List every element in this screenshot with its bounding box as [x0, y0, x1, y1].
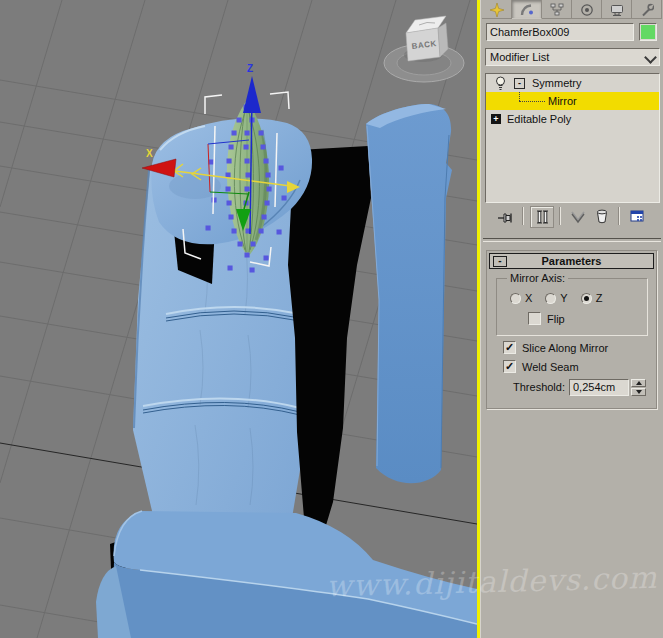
modifier-stack: - Symmetry Mirror + Editable Poly — [485, 73, 660, 203]
flip-checkbox[interactable] — [528, 312, 541, 325]
threshold-spinner — [631, 379, 646, 396]
modifier-stack-toolbar — [485, 205, 660, 228]
stack-item-label: Mirror — [548, 92, 577, 110]
radio-y-label: Y — [560, 292, 567, 304]
object-color-swatch[interactable] — [639, 23, 657, 41]
stack-item-label: Editable Poly — [507, 110, 571, 128]
remove-modifier-button[interactable] — [591, 206, 613, 226]
hierarchy-icon — [550, 3, 564, 17]
axis-z-label: Z — [247, 63, 253, 74]
tab-motion[interactable] — [572, 0, 602, 19]
tab-display[interactable] — [602, 0, 632, 19]
modifier-list-label: Modifier List — [490, 51, 549, 63]
configure-modifier-sets-icon — [629, 208, 645, 224]
threshold-input[interactable]: 0,254cm — [569, 379, 629, 396]
slice-along-mirror-checkbox[interactable]: ✓ — [503, 341, 516, 354]
stack-item-symmetry[interactable]: - Symmetry — [486, 74, 659, 92]
mirror-axis-radios: X Y Z — [510, 292, 615, 304]
tab-create[interactable] — [482, 0, 512, 19]
weld-seam-checkbox[interactable]: ✓ — [503, 360, 516, 373]
radio-z-circle[interactable] — [581, 293, 592, 304]
collapse-expander[interactable]: - — [514, 78, 525, 89]
3ds-max-window: X Z BACK — [0, 0, 663, 638]
weld-seam-row[interactable]: ✓ Weld Seam — [503, 360, 579, 373]
tree-connector — [519, 92, 520, 101]
radio-axis-z[interactable]: Z — [581, 292, 603, 304]
rollout-title-label: Parameters — [542, 255, 602, 267]
rollout-collapse-button[interactable]: - — [493, 256, 507, 267]
rollout-title-bar[interactable]: - Parameters — [489, 253, 654, 269]
flip-checkbox-row[interactable]: Flip — [528, 312, 565, 325]
utilities-icon — [640, 3, 654, 17]
pin-stack-icon — [497, 208, 513, 224]
parameters-rollout: - Parameters Mirror Axis: X Y — [486, 250, 657, 409]
radio-x-label: X — [525, 292, 532, 304]
mirror-axis-group-title: Mirror Axis: — [507, 272, 568, 284]
command-panel-tabs — [482, 0, 662, 19]
stack-item-editable-poly[interactable]: + Editable Poly — [486, 110, 659, 128]
radio-x-circle[interactable] — [510, 293, 521, 304]
chevron-down-icon — [644, 51, 657, 64]
object-name-field[interactable]: ChamferBox009 — [486, 23, 634, 41]
perspective-viewport[interactable]: X Z BACK — [0, 0, 477, 638]
toolbar-separator — [618, 207, 619, 225]
toolbar-separator — [522, 207, 523, 225]
threshold-label: Threshold: — [489, 381, 565, 393]
tab-utilities[interactable] — [632, 0, 662, 19]
tree-connector — [519, 101, 545, 102]
lightbulb-icon[interactable] — [494, 76, 507, 90]
object-color-chip — [641, 25, 655, 39]
modifier-list-dropdown[interactable]: Modifier List — [485, 48, 660, 66]
show-end-result-button[interactable] — [530, 206, 554, 228]
make-unique-button[interactable] — [567, 206, 589, 226]
command-panel: ChamferBox009 Modifier List - Symmetry M… — [481, 0, 663, 638]
weld-seam-label: Weld Seam — [522, 361, 579, 373]
configure-modifier-sets-button[interactable] — [626, 206, 648, 226]
tab-hierarchy[interactable] — [542, 0, 572, 19]
radio-axis-x[interactable]: X — [510, 292, 532, 304]
slice-along-mirror-label: Slice Along Mirror — [522, 342, 608, 354]
viewport-3d-scene[interactable]: X Z BACK — [0, 0, 477, 638]
radio-y-circle[interactable] — [545, 293, 556, 304]
arrow-down-icon — [636, 390, 642, 394]
stack-item-label: Symmetry — [532, 74, 582, 92]
display-icon — [610, 3, 624, 17]
flip-label: Flip — [547, 313, 565, 325]
show-end-result-icon — [534, 209, 550, 225]
spinner-up-button[interactable] — [631, 379, 646, 387]
make-unique-icon — [570, 208, 586, 224]
pin-stack-button[interactable] — [494, 206, 516, 226]
toolbar-separator — [559, 207, 560, 225]
spinner-down-button[interactable] — [631, 388, 646, 396]
trash-icon — [594, 208, 610, 224]
arrow-up-icon — [636, 381, 642, 385]
slice-along-mirror-row[interactable]: ✓ Slice Along Mirror — [503, 341, 608, 354]
stack-item-mirror-selected[interactable]: Mirror — [486, 92, 659, 110]
mirror-axis-group: Mirror Axis: X Y Z — [496, 278, 648, 336]
panel-separator — [483, 238, 661, 242]
tab-modify[interactable] — [512, 0, 542, 19]
radio-z-label: Z — [596, 292, 603, 304]
create-icon — [490, 3, 504, 17]
motion-icon — [580, 3, 594, 17]
threshold-row: Threshold: 0,254cm — [487, 379, 656, 397]
axis-x-label: X — [146, 148, 153, 159]
expand-plus-icon[interactable]: + — [491, 114, 501, 124]
radio-axis-y[interactable]: Y — [545, 292, 567, 304]
modify-icon — [520, 3, 534, 17]
